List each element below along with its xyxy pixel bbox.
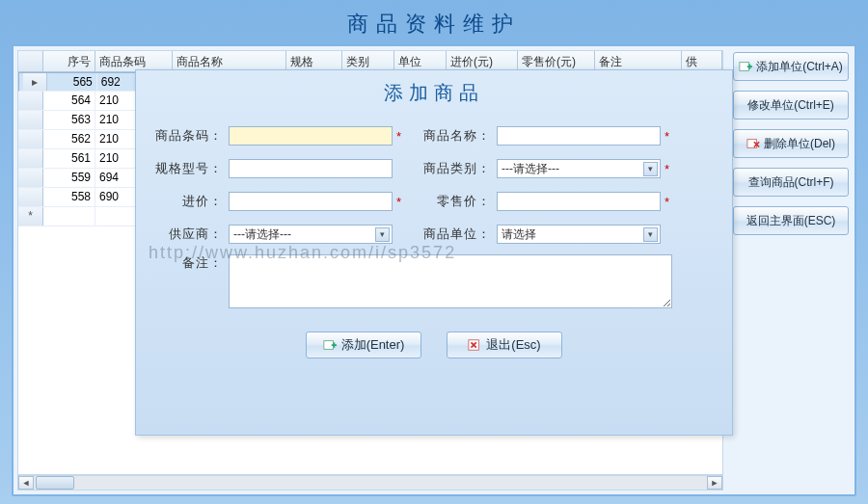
barcode-input[interactable]: [229, 126, 393, 146]
chevron-down-icon: ▾: [643, 162, 658, 176]
horizontal-scrollbar[interactable]: ◄ ►: [17, 475, 723, 491]
category-select[interactable]: ---请选择---▾: [497, 159, 661, 178]
delete-unit-button[interactable]: 删除单位(Del): [733, 129, 849, 158]
add-unit-button[interactable]: 添加单位(Ctrl+A): [733, 52, 849, 81]
required-star: *: [661, 195, 674, 209]
add-icon: [739, 60, 752, 73]
add-icon: [323, 338, 337, 352]
supplier-select[interactable]: ---请选择---▾: [229, 225, 393, 244]
scroll-thumb[interactable]: [36, 476, 74, 490]
exit-icon: [468, 338, 481, 352]
spec-input[interactable]: [229, 159, 393, 178]
name-label: 商品名称：: [423, 127, 497, 145]
col-seq[interactable]: 序号: [43, 51, 95, 71]
dialog-title: 添加商品: [136, 70, 732, 112]
required-star: *: [661, 129, 674, 144]
col-out[interactable]: 零售价(元): [518, 51, 595, 71]
unit-label: 商品单位：: [423, 225, 497, 243]
scroll-left-icon[interactable]: ◄: [18, 476, 34, 490]
inprice-label: 进价：: [155, 193, 229, 210]
memo-label: 备注：: [155, 254, 229, 272]
dialog-add-button[interactable]: 添加(Enter): [306, 332, 421, 358]
back-main-button[interactable]: 返回主界面(ESC): [733, 206, 849, 235]
delete-icon: [746, 137, 760, 150]
spec-label: 规格型号：: [155, 160, 229, 177]
add-product-dialog: 添加商品 商品条码： * 商品名称： * 规格型号： 商品类别： ---请选择-…: [135, 69, 733, 436]
unit-select[interactable]: 请选择▾: [497, 225, 661, 244]
memo-textarea[interactable]: [229, 254, 672, 308]
scroll-right-icon[interactable]: ►: [707, 476, 722, 490]
inprice-input[interactable]: [229, 192, 393, 211]
col-supplier[interactable]: 供: [682, 51, 722, 71]
side-action-bar: 添加单位(Ctrl+A) 修改单位(Ctrl+E) 删除单位(Del) 查询商品…: [733, 52, 849, 235]
supplier-label: 供应商：: [155, 225, 229, 243]
col-unit[interactable]: 单位: [394, 51, 447, 71]
outprice-label: 零售价：: [423, 193, 497, 210]
required-star: *: [393, 195, 406, 209]
col-barcode[interactable]: 商品条码: [95, 51, 173, 71]
outprice-input[interactable]: [497, 192, 661, 211]
required-star: *: [661, 162, 674, 176]
edit-unit-button[interactable]: 修改单位(Ctrl+E): [733, 91, 849, 119]
col-name[interactable]: 商品名称: [173, 51, 286, 71]
required-star: *: [393, 129, 406, 144]
col-spec[interactable]: 规格: [286, 51, 342, 71]
chevron-down-icon: ▾: [375, 227, 390, 242]
col-memo[interactable]: 备注: [595, 51, 682, 71]
name-input[interactable]: [497, 126, 661, 146]
chevron-down-icon: ▾: [643, 227, 658, 242]
col-cat[interactable]: 类别: [342, 51, 394, 71]
barcode-label: 商品条码：: [155, 127, 229, 145]
cat-label: 商品类别：: [423, 160, 497, 177]
page-title: 商品资料维护: [0, 0, 868, 46]
col-in[interactable]: 进价(元): [447, 51, 518, 71]
find-product-button[interactable]: 查询商品(Ctrl+F): [733, 168, 849, 197]
dialog-exit-button[interactable]: 退出(Esc): [447, 332, 562, 358]
